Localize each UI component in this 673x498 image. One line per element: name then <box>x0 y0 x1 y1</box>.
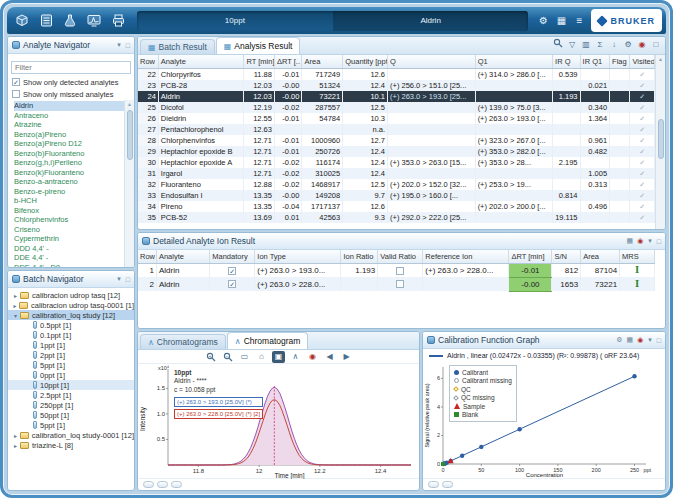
filter-icon[interactable]: ▽ <box>566 39 578 51</box>
chart-view-button[interactable] <box>428 481 439 488</box>
column-header[interactable]: Q1 <box>475 55 552 68</box>
pin-icon[interactable]: ◉ <box>306 351 319 363</box>
tree-arrow-icon[interactable]: ▸ <box>11 442 20 449</box>
panel-menu-icon[interactable]: ▾ <box>117 275 121 283</box>
column-header[interactable]: Visited <box>630 55 655 68</box>
batch-item[interactable]: ▸calibration_loq study-0001 [12] <box>8 430 134 440</box>
zoom-reset-icon[interactable]: ⌂ <box>255 351 268 363</box>
chart-view-button[interactable] <box>171 481 182 488</box>
tab-chromatograms[interactable]: ∧ Chromatograms <box>140 334 226 349</box>
column-header[interactable]: MRS <box>620 250 655 263</box>
analyte-item[interactable]: Atrazine <box>14 120 124 130</box>
batch-item[interactable]: 0ppt [1] <box>8 370 134 380</box>
column-header[interactable]: IR Q <box>553 55 581 68</box>
analyte-item[interactable]: Benzo(b)Fluoranteno <box>14 149 124 159</box>
scroll-up-icon[interactable]: ▲ <box>127 100 132 108</box>
column-header[interactable]: RT [min] <box>244 55 275 68</box>
scrollbar[interactable]: ▲ <box>124 100 134 267</box>
column-header[interactable]: S/N <box>552 250 581 263</box>
grid-icon[interactable]: ▦ <box>554 15 568 26</box>
arrow-left-icon[interactable]: ◀ <box>323 351 336 363</box>
column-header[interactable]: Area <box>581 250 620 263</box>
scrollbar-thumb[interactable] <box>658 119 664 159</box>
tree-arrow-icon[interactable]: ▸ <box>11 432 20 439</box>
result-row[interactable]: 28Chlorphenvinfos12.71-0.01100096012.7(+… <box>138 135 655 146</box>
batch-item[interactable]: 50ppt [1] <box>8 410 134 420</box>
sum-icon[interactable]: Σ <box>594 39 606 51</box>
scrollbar-thumb[interactable] <box>127 110 133 160</box>
column-header[interactable]: Flag <box>610 55 630 68</box>
pin-icon[interactable]: ◉ <box>637 336 643 344</box>
tab-batch-result[interactable]: ▦ Batch Result <box>140 39 215 54</box>
analyte-item[interactable]: Cypermethrin <box>14 234 124 244</box>
analyte-item[interactable]: Benzo(k)Fluoranteno <box>14 168 124 178</box>
panel-menu-icon[interactable]: ▾ <box>648 336 652 344</box>
column-header[interactable]: Quantity [ppt] <box>343 55 388 68</box>
analyte-item[interactable]: b-HCH <box>14 196 124 206</box>
tools-icon[interactable]: ⚙ <box>616 336 622 344</box>
scroll-up-icon[interactable]: ▲ <box>658 55 663 63</box>
zoom-out-icon[interactable]: − <box>221 351 234 363</box>
result-row[interactable]: 32Fluoranteno12.88-0.02146891712.5(+) 20… <box>138 179 655 190</box>
column-header[interactable]: ΔRT [min] <box>509 250 552 263</box>
menu-icon[interactable]: ≡ <box>572 15 586 26</box>
column-header[interactable]: Mandatory <box>210 250 255 263</box>
maximize-icon[interactable]: □ <box>657 238 661 245</box>
panel-menu-icon[interactable]: ▾ <box>117 41 121 49</box>
ion-result-row[interactable]: 2Aldrin✓(+) 263.0 > 228.0...-0.001653732… <box>138 277 655 291</box>
analyte-item[interactable]: Benzo(g,h,i)Perileno <box>14 158 124 168</box>
column-header[interactable]: Row <box>138 250 156 263</box>
analyte-filter-input[interactable] <box>11 61 131 74</box>
result-row[interactable]: 26Dieldrin12.55-0.015478410.3(+) 263.0 >… <box>138 113 655 124</box>
zoom-region-icon[interactable]: ▭ <box>238 351 251 363</box>
analyte-item[interactable]: Benzo(a)Pireno <box>14 130 124 140</box>
columns-icon[interactable]: ▥ <box>580 39 592 51</box>
tab-analysis-result[interactable]: ▦ Analysis Result <box>216 37 301 54</box>
settings-icon[interactable]: ⚙ <box>622 39 634 51</box>
column-header[interactable]: Valid Ratio <box>378 250 423 263</box>
pin-icon[interactable]: ◉ <box>637 237 643 245</box>
analyte-item[interactable]: Antraceno <box>14 111 124 121</box>
batch-item[interactable]: 10ppt [1] <box>8 380 134 390</box>
select-icon[interactable]: ▣ <box>272 351 285 363</box>
chart-icon[interactable]: ▦ <box>627 237 634 245</box>
analyte-item[interactable]: DDE 4,4' - <box>14 253 124 263</box>
tab-chromatogram[interactable]: ∧ Chromatogram <box>227 332 309 349</box>
analyte-item[interactable]: Benzo-e-pireno <box>14 187 124 197</box>
chart-view-button[interactable] <box>143 481 154 488</box>
arrow-right-icon[interactable]: ▶ <box>340 351 353 363</box>
column-header[interactable]: Area <box>302 55 343 68</box>
column-header[interactable]: Reference Ion <box>423 250 509 263</box>
batch-item[interactable]: 0.5ppt [1] <box>8 320 134 330</box>
analyte-item[interactable]: Bifenox <box>14 206 124 216</box>
batch-item[interactable]: 2ppt [1] <box>8 350 134 360</box>
zoom-in-icon[interactable]: + <box>204 351 217 363</box>
batch-item[interactable]: 5ppt [1] <box>8 420 134 430</box>
settings-icon[interactable]: ⚙ <box>536 15 550 26</box>
tree-arrow-icon[interactable]: ▸ <box>11 292 20 299</box>
maximize-icon[interactable]: □ <box>650 39 662 51</box>
chromatogram-icon[interactable] <box>83 11 105 31</box>
analyte-item[interactable]: DDE 4,4' - D8 <box>14 263 124 268</box>
column-header[interactable]: IR Q1 <box>580 55 610 68</box>
search-icon[interactable] <box>552 38 564 52</box>
analyte-item[interactable]: Benzo-a-antraceno <box>14 177 124 187</box>
data-cube-icon[interactable] <box>11 11 33 31</box>
batch-item[interactable]: 0.1ppt [1] <box>8 330 134 340</box>
result-row[interactable]: 34Pireno13.35-0.04171713712.6(+) 202.0 >… <box>138 201 655 212</box>
batch-item[interactable]: 2.5ppt [1] <box>8 390 134 400</box>
checkbox-icon[interactable]: ✓ <box>12 78 20 86</box>
result-row[interactable]: 33Endosulfan I13.35-0.001492089.7(+) 195… <box>138 190 655 201</box>
show-detected-row[interactable]: ✓ Show only detected analytes <box>8 76 134 88</box>
analyte-item[interactable]: Benzo(a)Pireno D12 <box>14 139 124 149</box>
column-header[interactable]: Analyte <box>158 55 244 68</box>
method-icon[interactable] <box>59 11 81 31</box>
column-header[interactable]: Ion Ratio <box>341 250 378 263</box>
result-row[interactable]: 35PCB-5213.690.01425639.3(+) 292.0 > 222… <box>138 212 655 223</box>
result-row[interactable]: 22Chlorpyrifos11.88-0.0171724912.6(+) 31… <box>138 68 655 80</box>
peak-icon[interactable]: ∧ <box>289 351 302 363</box>
maximize-icon[interactable]: □ <box>126 276 130 283</box>
column-header[interactable]: Q <box>388 55 476 68</box>
batch-item[interactable]: ▸calibracion udrop tasq-0001 [1] <box>8 300 134 310</box>
checkbox-icon[interactable]: ✓ <box>228 280 236 288</box>
